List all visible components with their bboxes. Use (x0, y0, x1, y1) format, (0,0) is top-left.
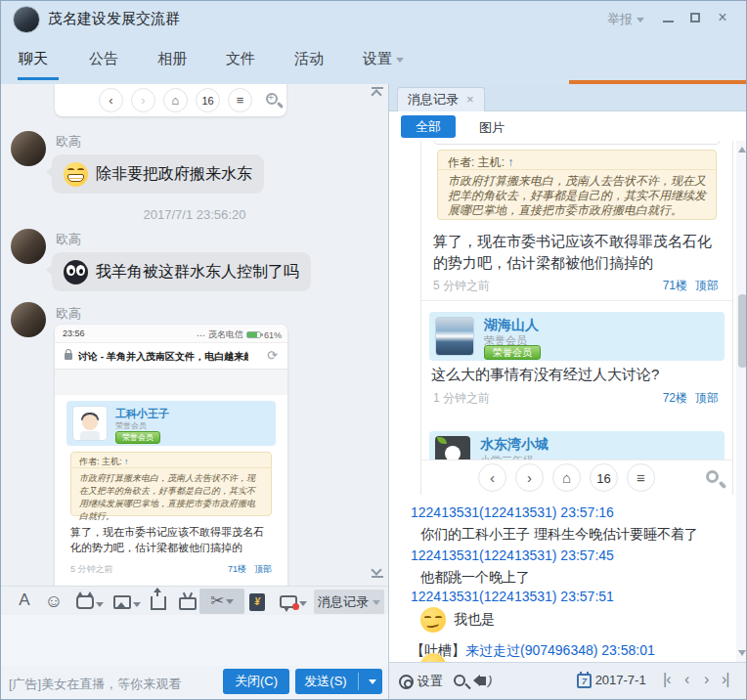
quote-header: 作者: 主机: ↑ (71, 453, 271, 468)
minimize-button[interactable] (658, 9, 678, 26)
image-button[interactable] (110, 591, 144, 614)
record-text: 你们的工科小王子 理科生今晚估计要睡不着了 (420, 526, 698, 544)
tab-chat[interactable]: 聊天 (19, 50, 48, 68)
record-text (420, 653, 454, 662)
screenshot-button[interactable]: ✂ (204, 591, 240, 611)
post-time-ago: 5 分钟之前 (433, 279, 490, 292)
forum-post-header: 湖海山人 荣誉会员 荣誉会员 (429, 312, 725, 361)
record-text: 他都跳一个晚上了 (420, 569, 530, 587)
ad-link[interactable]: [广告]美女在直播，等你来观看 (9, 676, 181, 693)
scrollbar-up-arrow[interactable] (738, 147, 746, 153)
post-links: 72楼顶部 (655, 390, 719, 407)
group-tab-bar: 聊天 公告 相册 文件 活动 设置 我用Python 广告 (1, 36, 747, 84)
scrollbar-thumb[interactable] (738, 294, 747, 368)
maximize-button[interactable] (685, 9, 705, 26)
emoji-eye (435, 616, 442, 619)
message-bubble: 我羊角被这群水东人控制了吗 (52, 252, 311, 291)
forum-post-footer: 5 分钟之前 71楼顶部 (433, 278, 719, 294)
chevron-down-icon (396, 58, 404, 63)
minimize-icon (663, 21, 674, 22)
records-sound-button[interactable] (479, 674, 486, 688)
group-avatar[interactable] (13, 6, 40, 33)
calendar-icon: 7 (577, 674, 592, 688)
message-alert-button[interactable] (277, 591, 310, 613)
records-search-button[interactable] (454, 675, 465, 689)
chevron-up-icon (371, 89, 381, 100)
sticker-button[interactable] (73, 591, 107, 614)
close-chat-button[interactable]: 关闭(C) (223, 669, 289, 694)
tab-album[interactable]: 相册 (157, 50, 187, 68)
scroll-to-bottom-button[interactable] (371, 566, 385, 578)
records-scrollbar[interactable] (736, 141, 747, 662)
tab-activity[interactable]: 活动 (294, 50, 324, 68)
font-style-button[interactable]: A (15, 591, 34, 610)
record-text-value: 我也是 (454, 611, 495, 629)
tab-count: 16 (201, 95, 213, 107)
battery-icon (246, 331, 261, 338)
prev-page-button[interactable]: ‹ (684, 671, 688, 688)
first-page-button[interactable]: |‹ (663, 671, 670, 688)
date-picker[interactable]: 7 2017-7-1 (577, 673, 646, 688)
emoji-button[interactable]: ☺ (44, 591, 64, 612)
next-page-button[interactable]: › (704, 671, 708, 688)
forum-post-footer: 5 分钟之前 71楼顶部 (70, 563, 272, 576)
tab-settings[interactable]: 设置 (363, 50, 404, 68)
page-title: 讨论 - 羊角并入茂南区文件，电白越来越 | 第 3 页 (78, 350, 248, 364)
emoji-eye (67, 168, 74, 172)
menu-icon: ≡ (627, 463, 655, 492)
composer-bottom-bar: [广告]美女在直播，等你来观看 关闭(C) 发送(S) (1, 666, 388, 700)
upload-file-button[interactable] (148, 591, 169, 615)
last-page-button[interactable]: ›| (722, 671, 728, 688)
smirk-emoji (420, 607, 446, 633)
message-input[interactable] (1, 615, 388, 666)
records-toolbar: 设置 7 2017-7-1 |‹ ‹ › ›| (389, 662, 747, 700)
report-dropdown[interactable]: 举报 (607, 11, 644, 28)
chat-message-area: ‹ › ⌂ 16 ≡ 欧高 除非要把政府搬来水东 2017/7/1 23:56:… (1, 84, 388, 586)
tab-settings-label: 设置 (363, 50, 392, 66)
message-records-button[interactable]: 消息记录 (314, 590, 384, 614)
member-badge: 荣誉会员 (484, 345, 541, 360)
phone-page-gap (55, 370, 287, 395)
sender-name: 欧高 (56, 133, 81, 151)
record-header: 122413531(122413531) 23:57:16 (411, 504, 614, 520)
previous-image-message[interactable]: ‹ › ⌂ 16 ≡ (55, 84, 286, 116)
up-arrow-icon: ↑ (507, 155, 513, 169)
post-time-ago: 1 分钟之前 (433, 391, 490, 405)
send-button[interactable]: 发送(S) (295, 669, 382, 694)
tab-files[interactable]: 文件 (226, 50, 255, 68)
home-icon: ⌂ (163, 88, 188, 112)
records-tab-strip: 消息记录× (389, 84, 747, 111)
records-tab[interactable]: 消息记录× (397, 87, 485, 111)
video-button[interactable] (177, 591, 198, 615)
post-divider (421, 300, 732, 301)
avatar[interactable] (11, 229, 46, 264)
forward-icon: › (131, 88, 155, 112)
scroll-to-top-button[interactable] (371, 87, 385, 99)
avatar[interactable] (11, 302, 46, 337)
phone-status-bar: 23:56 ⋯ 茂名电信 61% (55, 325, 287, 342)
qq-group-chat-window: 茂名建设发展交流群 举报 × 聊天 公告 相册 文件 活动 设置 我用Pytho… (0, 0, 747, 700)
shared-image-message[interactable]: 23:56 ⋯ 茂名电信 61% 讨论 - 羊角并入茂南区文件，电白越来越 | … (55, 325, 287, 586)
filter-images-button[interactable]: 图片 (479, 119, 505, 137)
report-label: 举报 (607, 12, 633, 26)
forum-rank: 荣誉会员 (115, 420, 147, 431)
forum-username: 工科小王子 (115, 407, 169, 421)
red-packet-button[interactable]: ¥ (247, 591, 267, 611)
records-settings-button[interactable]: 设置 (399, 673, 443, 690)
back-icon: ‹ (99, 88, 123, 112)
record-image-view[interactable]: 作者: 主机: ↑ 市政府打算搬来电白，茂南人去告状不许，现在又把羊的角砍去，好… (420, 141, 733, 495)
avatar[interactable] (11, 131, 46, 166)
chevron-down-icon (371, 564, 381, 575)
forum-username: 湖海山人 (484, 317, 539, 334)
close-button[interactable]: × (713, 9, 732, 26)
maximize-icon (690, 13, 700, 22)
filter-all-button[interactable]: 全部 (401, 115, 456, 138)
chevron-down-icon (133, 602, 141, 607)
message-records-panel: 消息记录× 全部 图片 作者: 主机: ↑ 市政府打算搬来电白，茂南人去告状不许… (388, 84, 747, 700)
fold-bar (372, 576, 383, 578)
post-links: 71楼顶部 (220, 563, 272, 576)
tv-icon (179, 597, 197, 610)
scrollbar-down-arrow[interactable] (738, 650, 746, 656)
close-tab-icon[interactable]: × (466, 92, 474, 107)
tab-notice[interactable]: 公告 (89, 50, 118, 68)
